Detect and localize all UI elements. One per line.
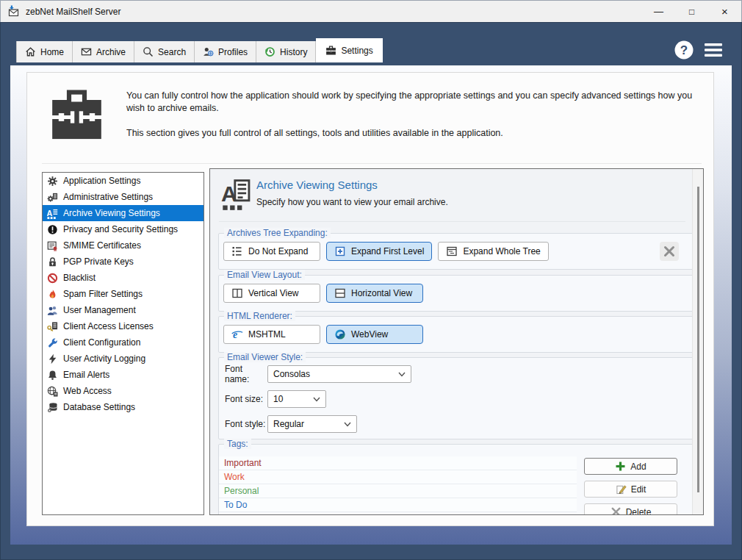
- tab-settings[interactable]: Settings: [316, 38, 382, 62]
- sidebar-item-label: PGP Private Keys: [63, 256, 134, 267]
- tab-search[interactable]: Search: [134, 41, 195, 62]
- header-separator: [42, 163, 702, 164]
- sidebar-item-pgp-private-keys[interactable]: PGP Private Keys: [43, 254, 203, 270]
- button-label: Do Not Expand: [248, 246, 308, 256]
- top-right-icons: ?: [674, 40, 722, 60]
- sidebar-item-archive-viewing-settings[interactable]: AArchive Viewing Settings: [43, 205, 203, 221]
- blacklist-icon: [46, 272, 58, 284]
- add-tag-button[interactable]: Add: [584, 458, 677, 475]
- tab-label: Search: [158, 47, 186, 57]
- sidebar-item-label: Privacy and Security Settings: [63, 224, 178, 234]
- sidebar-item-client-access-licenses[interactable]: Client Access Licenses: [43, 318, 203, 334]
- expand-first-level-button[interactable]: Expand First Level: [326, 242, 432, 261]
- edge-icon: [334, 329, 346, 340]
- vertical-view-button[interactable]: Vertical View: [223, 284, 320, 303]
- sidebar-item-user-activity-logging[interactable]: User Activity Logging: [43, 351, 203, 367]
- archive-viewing-settings-panel: A Archive Viewing Settings Specify how y…: [209, 168, 704, 515]
- font-style-label: Font style:: [225, 419, 267, 429]
- minimize-button[interactable]: —: [642, 1, 675, 22]
- sidebar-item-label: Spam Filter Settings: [63, 289, 143, 299]
- help-button[interactable]: ?: [674, 40, 694, 60]
- tab-home[interactable]: Home: [16, 41, 73, 62]
- font-name-row: Font name: Consolas: [225, 365, 694, 383]
- tag-row-to-do[interactable]: To Do: [219, 498, 577, 512]
- admin-gear-icon: [46, 191, 58, 203]
- sidebar-item-label: Email Alerts: [63, 370, 109, 380]
- sidebar-item-label: Archive Viewing Settings: [63, 208, 160, 218]
- tab-profiles[interactable]: Profiles: [195, 41, 256, 62]
- sidebar-item-label: Database Settings: [63, 402, 135, 412]
- font-name-select[interactable]: Consolas: [267, 365, 411, 383]
- sidebar-item-label: S/MIME Certificates: [63, 240, 141, 251]
- sidebar-item-spam-filter[interactable]: Spam Filter Settings: [43, 286, 203, 302]
- group-email-view-layout: Email View Layout: Vertical View Horizon…: [218, 275, 694, 312]
- font-size-select[interactable]: 10: [267, 390, 326, 408]
- panel-subtitle: Specify how you want to view your email …: [256, 197, 448, 207]
- gear-icon: [46, 175, 58, 187]
- tab-label: Home: [40, 47, 64, 57]
- scrollbar-thumb[interactable]: [697, 187, 699, 492]
- close-button[interactable]: ×: [708, 1, 741, 22]
- briefcase-icon: [325, 45, 336, 56]
- button-label: Expand Whole Tree: [463, 246, 540, 256]
- bell-icon: [46, 369, 58, 381]
- envelope-icon: [81, 46, 92, 57]
- sidebar-item-blacklist[interactable]: Blacklist: [43, 270, 203, 286]
- sidebar-item-administrative-settings[interactable]: Administrative Settings: [43, 189, 203, 205]
- expand-plus-icon: [334, 245, 346, 257]
- sidebar-item-smime-certificates[interactable]: S/MIME Certificates: [43, 237, 203, 254]
- font-style-select[interactable]: Regular: [267, 415, 357, 433]
- font-style-row: Font style: Regular: [225, 415, 694, 433]
- delete-tag-button[interactable]: Delete: [584, 503, 677, 515]
- button-label: Delete: [626, 507, 652, 516]
- sidebar-item-label: Application Settings: [63, 176, 140, 186]
- tag-buttons: Add Edit Delete: [584, 458, 677, 515]
- sidebar-item-label: User Activity Logging: [63, 353, 145, 364]
- archive-view-icon: A: [46, 207, 58, 219]
- tag-row-important[interactable]: Important: [219, 456, 577, 470]
- tag-row-work[interactable]: Work: [219, 470, 577, 484]
- svg-text:A: A: [47, 208, 53, 217]
- sidebar-item-database-settings[interactable]: Database Settings: [43, 399, 203, 415]
- font-size-label: Font size:: [225, 394, 267, 404]
- tag-row-personal[interactable]: Personal: [219, 484, 577, 498]
- sidebar-item-application-settings[interactable]: Application Settings: [43, 173, 203, 189]
- padlock-icon: [46, 256, 58, 268]
- web-globe-icon: [46, 385, 58, 397]
- clear-selection-button[interactable]: [660, 242, 679, 261]
- lightning-icon: [46, 353, 58, 365]
- panel-scrollbar[interactable]: [692, 169, 703, 514]
- tab-archive[interactable]: Archive: [73, 41, 134, 62]
- sidebar-item-web-access[interactable]: Web Access: [43, 383, 203, 399]
- sidebar-item-privacy-security[interactable]: Privacy and Security Settings: [43, 221, 203, 237]
- client-area: You can fully control how the applicatio…: [10, 65, 732, 545]
- mshtml-button[interactable]: eMSHTML: [223, 325, 320, 344]
- tab-history[interactable]: History: [256, 41, 316, 62]
- home-icon: [25, 46, 36, 57]
- profiles-icon: [203, 46, 214, 57]
- tab-label: Settings: [341, 46, 372, 56]
- button-label: Vertical View: [248, 288, 298, 298]
- webview-button[interactable]: WebView: [326, 325, 423, 344]
- settings-card: You can fully control how the applicatio…: [26, 72, 714, 526]
- add-plus-icon: [615, 461, 626, 472]
- title-bar: zebNet MailShelf Server — □ ×: [0, 0, 742, 22]
- do-not-expand-button[interactable]: Do Not Expand: [223, 242, 320, 261]
- svg-text:A: A: [221, 182, 237, 206]
- horizontal-view-button[interactable]: Horizontal View: [326, 284, 423, 303]
- sidebar-item-user-management[interactable]: User Management: [43, 302, 203, 318]
- edit-tag-button[interactable]: Edit: [584, 481, 677, 498]
- sidebar-item-label: Blacklist: [63, 273, 96, 283]
- sidebar-item-client-configuration[interactable]: Client Configuration: [43, 334, 203, 351]
- group-archives-tree-expanding: Archives Tree Expanding: Do Not Expand E…: [218, 233, 694, 270]
- expand-whole-tree-button[interactable]: Expand Whole Tree: [438, 242, 548, 261]
- panel-separator: [219, 221, 685, 222]
- privacy-icon: [46, 223, 58, 235]
- sidebar-item-label: Client Configuration: [63, 337, 140, 348]
- horizontal-split-icon: [334, 287, 346, 299]
- sidebar-item-email-alerts[interactable]: Email Alerts: [43, 367, 203, 383]
- chevron-down-icon: [344, 422, 351, 427]
- mail-app-icon: [7, 5, 20, 18]
- menu-button[interactable]: [705, 43, 722, 57]
- maximize-button[interactable]: □: [675, 1, 708, 22]
